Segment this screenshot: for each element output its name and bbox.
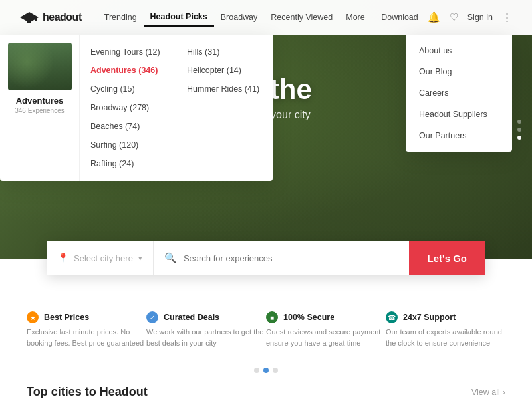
feature-secure: ■ 100% Secure Guest reviews and secure p… <box>266 311 386 348</box>
top-cities-section: Top cities to Headout View all › <box>0 373 532 399</box>
hero-dot-3[interactable] <box>517 136 521 140</box>
feature-title: Best Prices <box>44 313 89 322</box>
notification-icon[interactable]: 🔔 <box>428 11 440 23</box>
heart-icon[interactable]: ♡ <box>450 11 458 23</box>
feature-title: Curated Deals <box>164 313 219 322</box>
feature-header: ☎ 24x7 Support <box>386 311 505 323</box>
more-dropdown: About us Our Blog Careers Headout Suppli… <box>406 35 512 152</box>
featured-image <box>8 43 72 90</box>
nav-broadway[interactable]: Broadway <box>214 9 265 26</box>
dropdown-col-2: Hills (31) Helicopter (14) Hummer Rides … <box>176 35 273 181</box>
page-wrapper: headout Trending Headout Picks Broadway … <box>0 0 532 399</box>
svg-rect-1 <box>27 20 31 23</box>
best-prices-icon: ★ <box>27 311 39 323</box>
hero-dot-2[interactable] <box>517 128 521 132</box>
dropdown-item[interactable]: Helicopter (14) <box>187 61 262 80</box>
dropdown-item[interactable]: Beaches (74) <box>90 117 166 136</box>
feature-title: 100% Secure <box>283 313 334 322</box>
city-selector[interactable]: 📍 Select city here ▾ <box>47 241 154 275</box>
curated-deals-icon: ✓ <box>146 311 158 323</box>
feature-desc: Our team of experts available round the … <box>386 327 505 348</box>
nav-trending[interactable]: Trending <box>98 9 144 26</box>
hero-slide-dots <box>517 120 521 140</box>
headout-picks-menu: Adventures 346 Experiences Evening Tours… <box>0 35 273 181</box>
features-dot-3[interactable] <box>273 368 278 373</box>
feature-header: ✓ Curated Deals <box>146 311 266 323</box>
features-bar: ★ Best Prices Exclusive last minute pric… <box>0 293 532 362</box>
city-select-text: Select city here <box>74 253 133 263</box>
dropdown-item[interactable]: Rafting (24) <box>90 154 166 173</box>
view-all-link[interactable]: View all › <box>471 388 505 397</box>
logo-text: headout <box>43 11 82 23</box>
view-all-text: View all <box>471 388 500 397</box>
featured-label: Adventures <box>16 96 64 106</box>
hero-dot-1[interactable] <box>517 120 521 124</box>
dropdown-item-adventures[interactable]: Adventures (346) <box>90 61 166 80</box>
dropdown-item[interactable]: Broadway (278) <box>90 98 166 117</box>
search-input[interactable] <box>184 253 398 263</box>
nav-more[interactable]: More <box>339 9 371 26</box>
search-bar: 📍 Select city here ▾ 🔍 Let's Go <box>47 241 485 275</box>
feature-best-prices: ★ Best Prices Exclusive last minute pric… <box>27 311 146 348</box>
feature-desc: We work with our partners to get the bes… <box>146 327 266 348</box>
secure-icon: ■ <box>266 311 278 323</box>
search-input-wrap: 🔍 <box>154 252 409 264</box>
section-title: Top cities to Headout <box>27 385 148 399</box>
search-icon: 🔍 <box>164 252 177 264</box>
more-careers[interactable]: Careers <box>406 82 512 104</box>
feature-desc: Guest reviews and secure payment ensure … <box>266 327 386 348</box>
chevron-right-icon: › <box>503 388 505 397</box>
svg-rect-2 <box>35 17 37 21</box>
feature-title: 24x7 Support <box>403 313 456 322</box>
location-icon: 📍 <box>57 253 68 263</box>
lets-go-button[interactable]: Let's Go <box>409 241 485 275</box>
logo[interactable]: headout <box>20 11 82 24</box>
more-our-blog[interactable]: Our Blog <box>406 61 512 82</box>
more-our-partners[interactable]: Our Partners <box>406 125 512 146</box>
dropdown-columns: Evening Tours (12) Adventures (346) Cycl… <box>80 35 273 181</box>
featured-count: 346 Experiences <box>15 107 65 114</box>
dropdown-featured: Adventures 346 Experiences <box>0 35 80 181</box>
dropdown-item[interactable]: Cycling (15) <box>90 80 166 98</box>
nav-headout-picks[interactable]: Headout Picks <box>144 8 214 27</box>
menu-icon[interactable]: ⋮ <box>502 11 512 23</box>
feature-curated-deals: ✓ Curated Deals We work with our partner… <box>146 311 266 348</box>
nav-download[interactable]: Download <box>381 13 418 22</box>
section-header: Top cities to Headout View all › <box>27 385 505 399</box>
feature-header: ★ Best Prices <box>27 311 146 323</box>
feature-header: ■ 100% Secure <box>266 311 386 323</box>
navbar: headout Trending Headout Picks Broadway … <box>0 0 532 35</box>
dropdown-item[interactable]: Evening Tours (12) <box>90 43 166 61</box>
nav-right: Download 🔔 ♡ Sign in ⋮ <box>381 11 512 23</box>
dropdown-item[interactable]: Hummer Rides (41) <box>187 80 262 98</box>
logo-icon <box>20 11 39 24</box>
nav-signin[interactable]: Sign in <box>467 13 493 22</box>
chevron-down-icon: ▾ <box>138 254 142 263</box>
headout-picks-dropdown: Adventures 346 Experiences Evening Tours… <box>0 35 273 181</box>
features-dot-2[interactable] <box>263 368 269 373</box>
feature-desc: Exclusive last minute prices. No booking… <box>27 327 146 348</box>
dropdown-item[interactable]: Surfing (120) <box>90 136 166 154</box>
nav-links: Trending Headout Picks Broadway Recently… <box>98 8 381 27</box>
features-dots <box>0 362 532 373</box>
nav-recently-viewed[interactable]: Recently Viewed <box>264 9 339 26</box>
feature-support: ☎ 24x7 Support Our team of experts avail… <box>386 311 505 348</box>
dropdown-item[interactable]: Hills (31) <box>187 43 262 61</box>
more-about-us[interactable]: About us <box>406 40 512 61</box>
hero-section: headout Trending Headout Picks Broadway … <box>0 0 532 259</box>
dropdown-col-1: Evening Tours (12) Adventures (346) Cycl… <box>80 35 176 181</box>
more-headout-suppliers[interactable]: Headout Suppliers <box>406 104 512 125</box>
features-dot-1[interactable] <box>254 368 259 373</box>
support-icon: ☎ <box>386 311 398 323</box>
